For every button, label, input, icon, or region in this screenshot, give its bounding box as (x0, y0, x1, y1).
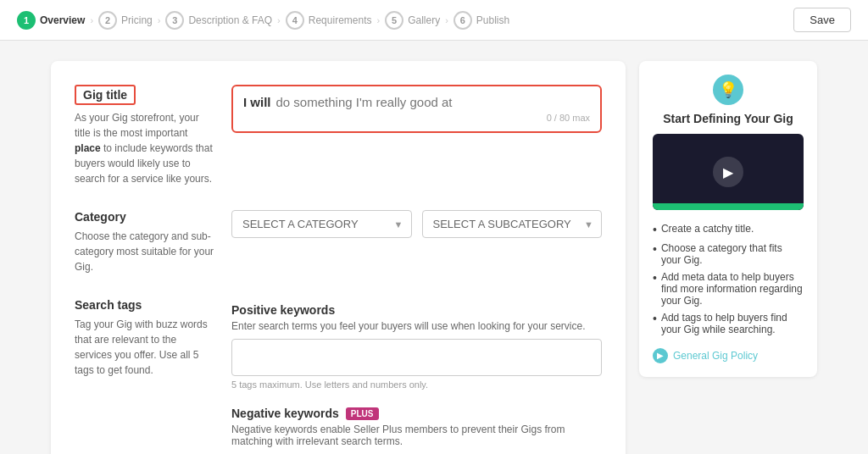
step-5[interactable]: 5 Gallery (385, 11, 440, 30)
arrow-5: › (445, 15, 448, 25)
step-2-label: Pricing (121, 14, 153, 26)
category-description: Choose the category and sub-category mos… (75, 229, 214, 274)
step-5-label: Gallery (408, 14, 440, 26)
gig-title-input[interactable] (276, 95, 590, 109)
policy-link-label: General Gig Policy (673, 350, 758, 362)
positive-keywords-section: Positive keywords Enter search terms you… (231, 303, 602, 390)
category-select[interactable]: SELECT A CATEGORY (231, 210, 412, 238)
i-will-label: I will (243, 95, 271, 109)
sidebar-tip-3: Add meta data to help buyers find more i… (653, 269, 804, 309)
keywords-hint: 5 tags maximum. Use letters and numbers … (231, 379, 602, 390)
positive-keywords-heading: Positive keywords (231, 303, 602, 317)
step-3[interactable]: 3 Description & FAQ (165, 11, 272, 30)
category-section: Category Choose the category and sub-cat… (75, 210, 602, 274)
char-count: 0 / 80 max (243, 113, 590, 123)
arrow-1: › (90, 15, 93, 25)
negative-keywords-heading: Negative keywords (231, 407, 339, 420)
form-card: Gig title As your Gig storefront, your t… (51, 61, 626, 454)
sidebar: 💡 Start Defining Your Gig ▶ Create a cat… (639, 61, 817, 454)
step-1[interactable]: 1 Overview (17, 11, 85, 30)
tags-label-col: Search tags Tag your Gig with buzz words… (75, 298, 214, 447)
positive-keywords-input[interactable] (231, 339, 602, 376)
category-label-col: Category Choose the category and sub-cat… (75, 210, 214, 274)
step-3-label: Description & FAQ (188, 14, 272, 26)
tags-content: Positive keywords Enter search terms you… (231, 298, 602, 447)
step-2-number: 2 (98, 11, 117, 30)
step-2[interactable]: 2 Pricing (98, 11, 153, 30)
tags-description: Tag your Gig with buzz words that are re… (75, 317, 214, 378)
policy-link-icon: ▶ (653, 348, 668, 363)
step-1-number: 1 (17, 11, 36, 30)
step-4[interactable]: 4 Requirements (286, 11, 372, 30)
header: 1 Overview › 2 Pricing › 3 Description &… (0, 0, 868, 41)
video-thumbnail[interactable]: ▶ (653, 134, 804, 210)
negative-keywords-description: Negative keywords enable Seller Plus mem… (231, 424, 602, 447)
category-dropdowns: SELECT A CATEGORY ▼ SELECT A SUBCATEGORY… (231, 210, 602, 238)
step-6-label: Publish (476, 14, 509, 26)
step-3-number: 3 (165, 11, 184, 30)
arrow-2: › (158, 15, 161, 25)
sidebar-title: Start Defining Your Gig (653, 112, 804, 125)
gig-title-section: Gig title As your Gig storefront, your t… (75, 85, 602, 186)
step-4-label: Requirements (309, 14, 372, 26)
save-button[interactable]: Save (793, 8, 851, 32)
tags-heading: Search tags (75, 298, 214, 312)
arrow-3: › (277, 15, 281, 25)
main-layout: Gig title As your Gig storefront, your t… (0, 41, 868, 454)
sidebar-tips-list: Create a catchy title. Choose a category… (653, 220, 804, 338)
play-button[interactable]: ▶ (713, 157, 743, 187)
step-6[interactable]: 6 Publish (453, 11, 509, 30)
category-heading: Category (75, 210, 214, 224)
sidebar-card: 💡 Start Defining Your Gig ▶ Create a cat… (639, 61, 817, 377)
title-input-wrap: I will 0 / 80 max (231, 85, 602, 133)
subcategory-dropdown-wrap: SELECT A SUBCATEGORY ▼ (422, 210, 603, 238)
sidebar-tip-4: Add tags to help buyers find your Gig wh… (653, 309, 804, 338)
step-1-label: Overview (40, 14, 85, 26)
arrow-4: › (376, 15, 380, 25)
gig-title-description: As your Gig storefront, your title is th… (75, 110, 214, 186)
step-4-number: 4 (286, 11, 304, 30)
title-input-inner: I will (243, 95, 590, 109)
stepper: 1 Overview › 2 Pricing › 3 Description &… (17, 11, 509, 30)
sidebar-icon-wrap: 💡 (653, 75, 804, 105)
negative-keywords-title: Negative keywords PLUS (231, 407, 602, 420)
category-content: SELECT A CATEGORY ▼ SELECT A SUBCATEGORY… (231, 210, 602, 274)
sidebar-tip-2: Choose a category that fits your Gig. (653, 240, 804, 269)
sidebar-tip-1: Create a catchy title. (653, 220, 804, 240)
step-5-number: 5 (385, 11, 403, 30)
category-dropdown-wrap: SELECT A CATEGORY ▼ (231, 210, 412, 238)
video-progress-bar (653, 203, 804, 210)
tags-keywords-section: Search tags Tag your Gig with buzz words… (75, 298, 602, 447)
gig-title-heading: Gig title (75, 85, 136, 105)
step-6-number: 6 (453, 11, 472, 30)
gig-title-label-col: Gig title As your Gig storefront, your t… (75, 85, 214, 186)
general-gig-policy-link[interactable]: ▶ General Gig Policy (653, 348, 804, 363)
gig-title-content: I will 0 / 80 max (231, 85, 602, 186)
positive-keywords-description: Enter search terms you feel your buyers … (231, 320, 602, 332)
lightbulb-icon: 💡 (713, 75, 743, 105)
subcategory-select[interactable]: SELECT A SUBCATEGORY (422, 210, 603, 238)
plus-badge: PLUS (346, 407, 379, 420)
negative-keywords-section: Negative keywords PLUS Negative keywords… (231, 407, 602, 447)
